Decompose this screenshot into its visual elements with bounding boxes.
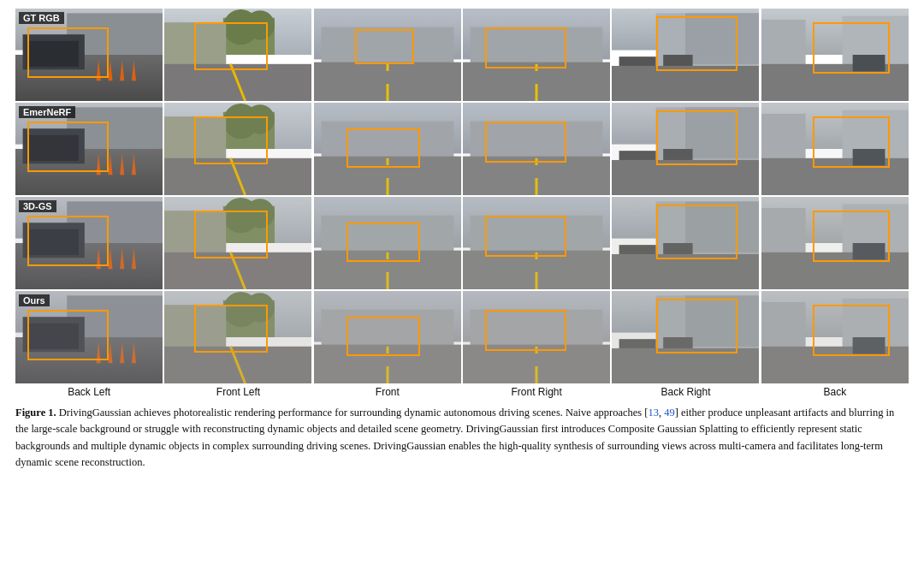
figure-caption: Figure 1. DrivingGaussian achieves photo… [15,405,909,472]
cell-ours-front [314,291,461,383]
col-label-front: Front [314,386,461,398]
cell-ours-back [761,291,909,383]
cell-gt-front-left [164,9,311,101]
cell-3dgs-back [761,197,909,289]
canvas-3dgs-back [761,197,909,289]
canvas-emernerf-back [761,103,909,195]
ref-13: 13 [648,407,659,419]
row-gt-rgb: GT RGB [15,9,909,101]
cell-gt-back [761,9,909,101]
column-labels: Back Left Front Left Front Front Right B… [15,386,909,398]
row-ours: Ours [15,291,909,383]
canvas-gt-back-right [612,9,759,101]
col-label-front-right: Front Right [463,386,610,398]
cell-3dgs-front-right [463,197,610,289]
cell-3dgs-back-right [612,197,759,289]
col-label-front-left: Front Left [164,386,311,398]
cell-gt-front-right [463,9,610,101]
caption-text: DrivingGaussian achieves photorealistic … [15,407,894,468]
canvas-emernerf-back-left [15,103,163,195]
cell-emernerf-back [761,103,909,195]
canvas-ours-back [761,291,909,383]
cell-3dgs-front [314,197,461,289]
cell-ours-front-right [463,291,610,383]
image-grid: GT RGB [15,9,909,383]
cell-3dgs-back-left [15,197,163,289]
cell-emernerf-back-right [612,103,759,195]
cell-emernerf-front-right [463,103,610,195]
cell-gt-front [314,9,461,101]
cell-gt-back-left [15,9,163,101]
canvas-emernerf-front-left [164,103,311,195]
canvas-gt-front-right [463,9,610,101]
canvas-3dgs-back-right [612,197,759,289]
canvas-3dgs-front [314,197,461,289]
cell-emernerf-front [314,103,461,195]
canvas-gt-front [314,9,461,101]
canvas-ours-front-left [164,291,311,383]
ref-49: 49 [664,407,675,419]
col-label-back-right: Back Right [612,386,759,398]
row-3dgs: 3D-GS [15,197,909,289]
cell-ours-back-right [612,291,759,383]
canvas-gt-front-left [164,9,311,101]
canvas-3dgs-front-right [463,197,610,289]
canvas-emernerf-front-right [463,103,610,195]
canvas-ours-front-right [463,291,610,383]
cell-ours-back-left [15,291,163,383]
page: GT RGB [0,0,924,478]
canvas-gt-back-left [15,9,163,101]
cell-3dgs-front-left [164,197,311,289]
canvas-3dgs-back-left [15,197,163,289]
row-emernerf: EmerNeRF [15,103,909,195]
cell-emernerf-front-left [164,103,311,195]
canvas-gt-back [761,9,909,101]
cell-gt-back-right [612,9,759,101]
figure-number: Figure 1. [15,407,56,419]
canvas-emernerf-back-right [612,103,759,195]
canvas-3dgs-front-left [164,197,311,289]
col-label-back-left: Back Left [15,386,163,398]
canvas-ours-back-left [15,291,163,383]
cell-ours-front-left [164,291,311,383]
cell-emernerf-back-left [15,103,163,195]
canvas-emernerf-front [314,103,461,195]
canvas-ours-front [314,291,461,383]
col-label-back: Back [761,386,909,398]
canvas-ours-back-right [612,291,759,383]
